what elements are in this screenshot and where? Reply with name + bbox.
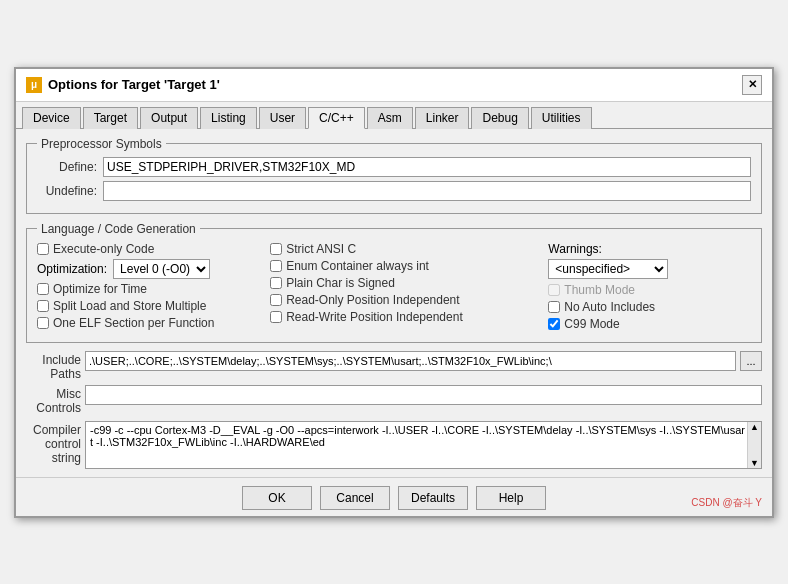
preprocessor-legend: Preprocessor Symbols [37,137,166,151]
plain-char-label: Plain Char is Signed [286,276,395,290]
include-paths-section: Include Paths ... Misc Controls [26,351,762,415]
define-input[interactable] [103,157,751,177]
tab-asm[interactable]: Asm [367,107,413,129]
include-paths-input[interactable] [85,351,736,371]
c99-mode-checkbox[interactable] [548,318,560,330]
one-elf-row: One ELF Section per Function [37,316,262,330]
optimize-time-label: Optimize for Time [53,282,147,296]
execute-only-label: Execute-only Code [53,242,154,256]
tab-cpp[interactable]: C/C++ [308,107,365,129]
optimization-select[interactable]: Level 0 (-O0) [113,259,210,279]
define-label: Define: [37,160,97,174]
language-legend: Language / Code Generation [37,222,200,236]
dialog-title: Options for Target 'Target 1' [48,77,220,92]
title-bar: μ Options for Target 'Target 1' ✕ [16,69,772,102]
read-write-pos-checkbox[interactable] [270,311,282,323]
lang-col1: Execute-only Code Optimization: Level 0 … [37,242,270,334]
watermark: CSDN @奋斗 Y [691,496,762,510]
one-elf-checkbox[interactable] [37,317,49,329]
optimization-row: Optimization: Level 0 (-O0) [37,259,262,279]
optimize-time-row: Optimize for Time [37,282,262,296]
misc-controls-row: Misc Controls [26,385,762,415]
include-paths-row: Include Paths ... [26,351,762,381]
tab-linker[interactable]: Linker [415,107,470,129]
compiler-label: Compiler control string [26,421,81,465]
c99-mode-label: C99 Mode [564,317,619,331]
strict-ansi-label: Strict ANSI C [286,242,356,256]
enum-container-checkbox[interactable] [270,260,282,272]
optimize-time-checkbox[interactable] [37,283,49,295]
defaults-button[interactable]: Defaults [398,486,468,510]
split-load-row: Split Load and Store Multiple [37,299,262,313]
thumb-mode-checkbox[interactable] [548,284,560,296]
language-group: Language / Code Generation Execute-only … [26,222,762,343]
enum-container-label: Enum Container always int [286,259,429,273]
strict-ansi-checkbox[interactable] [270,243,282,255]
thumb-mode-row: Thumb Mode [548,283,751,297]
preprocessor-group: Preprocessor Symbols Define: Undefine: [26,137,762,214]
compiler-control-box: -c99 -c --cpu Cortex-M3 -D__EVAL -g -O0 … [85,421,762,469]
enum-container-row: Enum Container always int [270,259,540,273]
main-dialog: μ Options for Target 'Target 1' ✕ Device… [14,67,774,518]
scroll-down-arrow[interactable]: ▼ [748,458,761,468]
read-only-pos-checkbox[interactable] [270,294,282,306]
content-area: Preprocessor Symbols Define: Undefine: L… [16,129,772,477]
include-paths-label: Include Paths [26,351,81,381]
tab-device[interactable]: Device [22,107,81,129]
define-row: Define: [37,157,751,177]
execute-only-checkbox[interactable] [37,243,49,255]
no-auto-includes-checkbox[interactable] [548,301,560,313]
tab-debug[interactable]: Debug [471,107,528,129]
tab-utilities[interactable]: Utilities [531,107,592,129]
tab-output[interactable]: Output [140,107,198,129]
help-button[interactable]: Help [476,486,546,510]
plain-char-row: Plain Char is Signed [270,276,540,290]
app-icon: μ [26,77,42,93]
read-only-pos-row: Read-Only Position Independent [270,293,540,307]
read-write-pos-label: Read-Write Position Independent [286,310,463,324]
lang-col3: Warnings: <unspecified> Thumb Mode No Au… [548,242,751,334]
language-section: Execute-only Code Optimization: Level 0 … [37,242,751,334]
undefine-label: Undefine: [37,184,97,198]
no-auto-includes-row: No Auto Includes [548,300,751,314]
include-paths-browse-button[interactable]: ... [740,351,762,371]
one-elf-label: One ELF Section per Function [53,316,214,330]
cancel-button[interactable]: Cancel [320,486,390,510]
buttons-row: OK Cancel Defaults Help CSDN @奋斗 Y [16,477,772,516]
misc-controls-input[interactable] [85,385,762,405]
thumb-mode-label: Thumb Mode [564,283,635,297]
warnings-select[interactable]: <unspecified> [548,259,668,279]
undefine-input[interactable] [103,181,751,201]
compiler-row: Compiler control string -c99 -c --cpu Co… [26,421,762,469]
tab-listing[interactable]: Listing [200,107,257,129]
execute-only-row: Execute-only Code [37,242,262,256]
ok-button[interactable]: OK [242,486,312,510]
tab-user[interactable]: User [259,107,306,129]
no-auto-includes-label: No Auto Includes [564,300,655,314]
plain-char-checkbox[interactable] [270,277,282,289]
lang-col2: Strict ANSI C Enum Container always int … [270,242,548,334]
split-load-checkbox[interactable] [37,300,49,312]
tabs-bar: Device Target Output Listing User C/C++ … [16,102,772,129]
compiler-control-text: -c99 -c --cpu Cortex-M3 -D__EVAL -g -O0 … [86,422,761,450]
optimization-label: Optimization: [37,262,107,276]
tab-target[interactable]: Target [83,107,138,129]
close-button[interactable]: ✕ [742,75,762,95]
split-load-label: Split Load and Store Multiple [53,299,206,313]
undefine-row: Undefine: [37,181,751,201]
read-only-pos-label: Read-Only Position Independent [286,293,459,307]
read-write-pos-row: Read-Write Position Independent [270,310,540,324]
compiler-scrollbar[interactable]: ▲ ▼ [747,422,761,468]
warnings-label: Warnings: [548,242,602,256]
c99-mode-row: C99 Mode [548,317,751,331]
scroll-up-arrow[interactable]: ▲ [748,422,761,432]
misc-controls-label: Misc Controls [26,385,81,415]
strict-ansi-row: Strict ANSI C [270,242,540,256]
